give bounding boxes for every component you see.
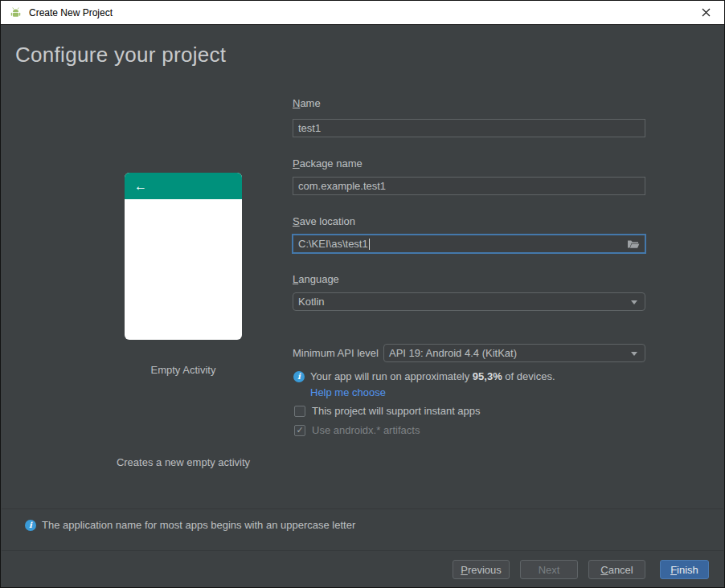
save-location-label: Save location	[293, 215, 355, 227]
device-percentage: 95,3%	[473, 370, 502, 382]
chevron-down-icon	[631, 300, 637, 304]
template-preview-card: ←	[125, 173, 242, 340]
android-logo-icon	[9, 7, 23, 18]
folder-icon	[627, 239, 640, 249]
chevron-down-icon	[631, 352, 637, 356]
text-caret	[369, 239, 370, 250]
close-icon	[702, 8, 711, 17]
name-input[interactable]	[293, 119, 645, 137]
template-name: Empty Activity	[63, 364, 304, 376]
min-api-label: Minimum API level	[293, 347, 379, 359]
androidx-checkbox-row: ✓ Use androidx.* artifacts	[294, 424, 420, 436]
help-me-choose-link[interactable]: Help me choose	[310, 386, 386, 398]
api-info-row: i Your app will run on approximately 95,…	[293, 370, 555, 382]
titlebar: Create New Project	[1, 1, 724, 25]
save-location-input[interactable]: C:\KEI\as\test1	[292, 234, 646, 254]
save-location-value: C:\KEI\as\test1	[298, 238, 368, 250]
window-title: Create New Project	[29, 7, 113, 18]
min-api-selected-value: API 19: Android 4.4 (KitKat)	[389, 347, 517, 359]
instant-apps-checkbox-row[interactable]: This project will support instant apps	[294, 405, 481, 417]
info-icon: i	[293, 371, 305, 382]
min-api-dropdown[interactable]: API 19: Android 4.4 (KitKat)	[383, 344, 645, 362]
browse-folder-button[interactable]	[627, 239, 640, 249]
page-title: Configure your project	[15, 43, 226, 67]
cancel-button[interactable]: Cancel	[588, 560, 645, 579]
create-new-project-dialog: Create New Project Configure your projec…	[0, 0, 725, 588]
package-name-input[interactable]	[293, 177, 645, 195]
previous-button[interactable]: Previous	[453, 560, 510, 579]
checkbox-unchecked-icon[interactable]	[294, 406, 305, 417]
check-icon: ✓	[296, 426, 303, 435]
template-preview-appbar: ←	[125, 173, 242, 199]
language-selected-value: Kotlin	[298, 296, 325, 308]
template-description: Creates a new empty activity	[47, 456, 320, 468]
name-label: Name	[293, 97, 321, 109]
close-button[interactable]	[688, 1, 724, 24]
checkbox-checked-icon: ✓	[294, 425, 305, 436]
api-info-text: Your app will run on approximately 95,3%…	[310, 370, 555, 382]
separator	[2, 550, 723, 551]
language-label: Language	[293, 273, 339, 285]
instant-apps-label: This project will support instant apps	[312, 405, 481, 417]
next-button[interactable]: Next	[520, 560, 578, 579]
package-name-label: Package name	[293, 157, 362, 169]
back-arrow-icon: ←	[134, 180, 147, 193]
footer-hint-row: i The application name for most apps beg…	[25, 519, 355, 531]
finish-button[interactable]: Finish	[660, 560, 709, 579]
androidx-label: Use androidx.* artifacts	[312, 424, 420, 436]
separator	[2, 508, 723, 509]
footer-hint-text: The application name for most apps begin…	[42, 519, 355, 531]
info-icon: i	[25, 520, 36, 531]
language-dropdown[interactable]: Kotlin	[293, 292, 645, 311]
